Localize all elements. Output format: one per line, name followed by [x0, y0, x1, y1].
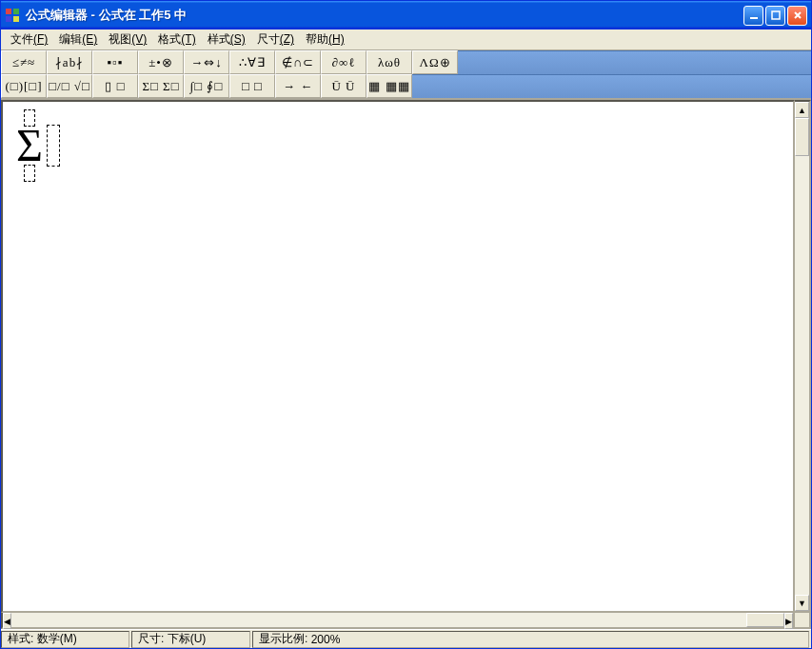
horizontal-scrollbar[interactable]: ◀ ▶: [1, 613, 795, 629]
tool-integral-templates[interactable]: ∫□ ∮□: [184, 74, 229, 98]
tool-summation-templates[interactable]: Σ□ Σ□: [138, 74, 184, 98]
tool-subscript-superscript-templates[interactable]: ▯ □: [92, 74, 138, 98]
vertical-scrollbar[interactable]: ▲ ▼: [795, 100, 811, 613]
tool-matrix-templates[interactable]: ▦ ▦▦: [366, 74, 412, 98]
tool-fence-templates[interactable]: (□)[□]: [1, 74, 47, 98]
toolbar-row-1: ≤≠≈ ∤ab∤ ▪▫▪ ±•⊗ →⇔↓ ∴∀∃ ∉∩⊂ ∂∞ℓ λωθ ΛΩ⊕: [1, 50, 811, 74]
scroll-down-arrow[interactable]: ▼: [795, 595, 809, 611]
summation-body-slot[interactable]: [47, 125, 60, 167]
toolbar-filler: [458, 50, 811, 74]
menu-help[interactable]: 帮助(H): [300, 30, 350, 49]
tool-fraction-radical-templates[interactable]: □/□ √□: [47, 74, 92, 98]
svg-rect-0: [6, 9, 11, 14]
tool-misc-symbols[interactable]: ∂∞ℓ: [321, 50, 366, 74]
close-button[interactable]: [787, 6, 807, 26]
scroll-track-vertical[interactable]: [795, 118, 809, 595]
tool-set-theory-symbols[interactable]: ∉∩⊂: [275, 50, 321, 74]
toolbar-filler: [412, 74, 811, 98]
menu-view[interactable]: 视图(V): [103, 30, 152, 49]
sigma-symbol: Σ: [16, 127, 43, 165]
tool-relational-symbols[interactable]: ≤≠≈: [1, 50, 47, 74]
scroll-left-arrow[interactable]: ◀: [3, 613, 11, 629]
window-title: 公式编辑器 - 公式在 工作5 中: [26, 7, 743, 24]
scroll-thumb-vertical[interactable]: [795, 118, 809, 156]
menu-format[interactable]: 格式(T): [152, 30, 201, 49]
svg-rect-4: [750, 17, 758, 19]
scroll-track-horizontal[interactable]: [11, 613, 784, 627]
titlebar[interactable]: 公式编辑器 - 公式在 工作5 中: [1, 1, 811, 30]
svg-rect-5: [772, 11, 780, 19]
statusbar: 样式: 数学(M) 尺寸: 下标(U) 显示比例: 200%: [1, 629, 811, 648]
tool-spaces-ellipses[interactable]: ∤ab∤: [47, 50, 92, 74]
tool-labeled-arrow-templates[interactable]: → ←: [275, 74, 321, 98]
status-size: 尺寸: 下标(U): [131, 631, 250, 648]
menu-size[interactable]: 尺寸(Z): [251, 30, 300, 49]
scroll-up-arrow[interactable]: ▲: [795, 102, 809, 118]
equation-object[interactable]: Σ: [16, 109, 60, 182]
tool-arrow-symbols[interactable]: →⇔↓: [184, 50, 229, 74]
tool-greek-uppercase[interactable]: ΛΩ⊕: [412, 50, 458, 74]
menubar: 文件(F) 编辑(E) 视图(V) 格式(T) 样式(S) 尺寸(Z) 帮助(H…: [1, 30, 811, 50]
tool-embellishments[interactable]: ▪▫▪: [92, 50, 138, 74]
toolbar-row-2: (□)[□] □/□ √□ ▯ □ Σ□ Σ□ ∫□ ∮□ □ □ → ← Ū …: [1, 74, 811, 98]
tool-logical-symbols[interactable]: ∴∀∃: [229, 50, 275, 74]
tool-operator-symbols[interactable]: ±•⊗: [138, 50, 184, 74]
tool-product-set-templates[interactable]: Ū Ū: [321, 74, 366, 98]
scroll-corner: [795, 613, 811, 629]
menu-file[interactable]: 文件(F): [5, 30, 53, 49]
svg-rect-1: [13, 9, 19, 14]
svg-rect-3: [13, 16, 19, 22]
tool-greek-lowercase[interactable]: λωθ: [366, 50, 412, 74]
status-zoom: 显示比例: 200%: [252, 631, 809, 648]
summation-lower-limit-slot[interactable]: [24, 165, 35, 182]
toolbar-region: ≤≠≈ ∤ab∤ ▪▫▪ ±•⊗ →⇔↓ ∴∀∃ ∉∩⊂ ∂∞ℓ λωθ ΛΩ⊕…: [1, 50, 811, 99]
tool-underbar-overbar-templates[interactable]: □ □: [229, 74, 275, 98]
equation-canvas[interactable]: Σ: [1, 100, 795, 613]
app-icon: [5, 8, 20, 23]
minimize-button[interactable]: [743, 6, 763, 26]
status-style: 样式: 数学(M): [1, 631, 129, 648]
equation-editor-window: 公式编辑器 - 公式在 工作5 中 文件(F) 编辑(E) 视图(V) 格式(T…: [0, 0, 812, 649]
menu-edit[interactable]: 编辑(E): [53, 30, 103, 49]
maximize-button[interactable]: [765, 6, 785, 26]
content-wrapper: Σ ▲ ▼ ◀ ▶: [1, 99, 811, 629]
svg-rect-2: [6, 16, 11, 22]
scroll-right-arrow[interactable]: ▶: [784, 613, 793, 629]
menu-style[interactable]: 样式(S): [202, 30, 251, 49]
scroll-thumb-horizontal[interactable]: [746, 613, 784, 627]
